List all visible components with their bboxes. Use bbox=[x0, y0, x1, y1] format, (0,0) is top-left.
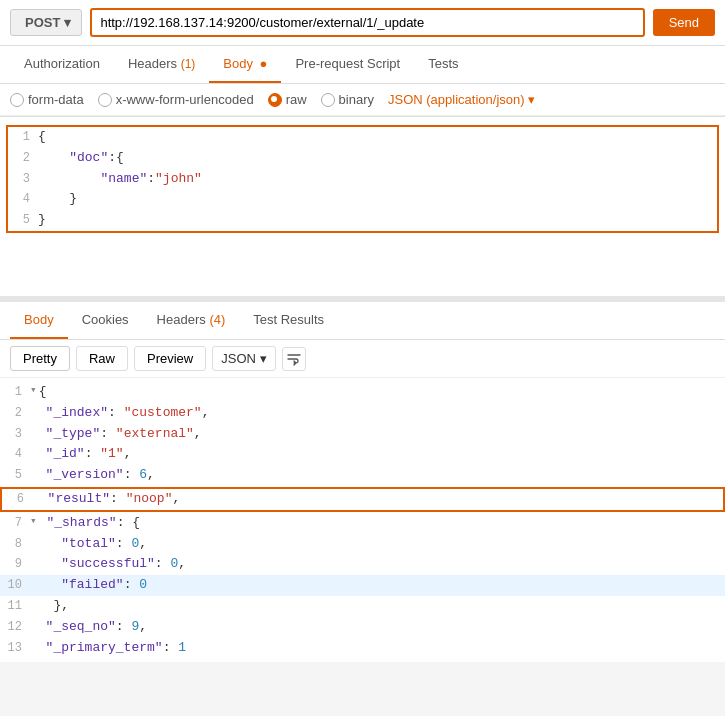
format-bar: Pretty Raw Preview JSON ▾ bbox=[0, 340, 725, 378]
option-binary[interactable]: binary bbox=[321, 92, 374, 107]
tab-tests[interactable]: Tests bbox=[414, 46, 472, 83]
request-editor[interactable]: 1 { 2 "doc":{ 3 "name":"john" 4 } bbox=[0, 116, 725, 296]
resp-line-11: 11 }, bbox=[0, 596, 725, 617]
body-options: form-data x-www-form-urlencoded raw bina… bbox=[0, 84, 725, 116]
result-tab-cookies[interactable]: Cookies bbox=[68, 302, 143, 339]
result-tabs: Body Cookies Headers (4) Test Results bbox=[0, 302, 725, 340]
tab-prerequest[interactable]: Pre-request Script bbox=[281, 46, 414, 83]
tab-body[interactable]: Body ● bbox=[209, 46, 281, 83]
resp-line-3: 3 "_type": "external", bbox=[0, 424, 725, 445]
wrap-icon[interactable] bbox=[282, 347, 306, 371]
tab-headers[interactable]: Headers (1) bbox=[114, 46, 209, 83]
request-tabs: Authorization Headers (1) Body ● Pre-req… bbox=[0, 46, 725, 84]
format-dropdown[interactable]: JSON ▾ bbox=[212, 346, 276, 371]
code-line-3: 3 "name":"john" bbox=[8, 169, 717, 190]
url-input[interactable] bbox=[90, 8, 644, 37]
resp-line-6: 6 "result": "noop", bbox=[2, 489, 723, 510]
resp-line-4: 4 "_id": "1", bbox=[0, 444, 725, 465]
option-form-data[interactable]: form-data bbox=[10, 92, 84, 107]
send-button[interactable]: Send bbox=[653, 9, 715, 36]
resp-line-2: 2 "_index": "customer", bbox=[0, 403, 725, 424]
radio-form-data bbox=[10, 93, 24, 107]
result-tab-body[interactable]: Body bbox=[10, 302, 68, 339]
format-raw[interactable]: Raw bbox=[76, 346, 128, 371]
request-code-block: 1 { 2 "doc":{ 3 "name":"john" 4 } bbox=[0, 117, 725, 243]
resp-line-12: 12 "_seq_no": 9, bbox=[0, 617, 725, 638]
result-section: Body Cookies Headers (4) Test Results Pr… bbox=[0, 296, 725, 662]
resp-line-5: 5 "_version": 6, bbox=[0, 465, 725, 486]
option-urlencoded[interactable]: x-www-form-urlencoded bbox=[98, 92, 254, 107]
format-preview[interactable]: Preview bbox=[134, 346, 206, 371]
resp-line-1: 1 ▾ { bbox=[0, 382, 725, 403]
resp-line-10: 10 "failed": 0 bbox=[0, 575, 725, 596]
code-line-4: 4 } bbox=[8, 189, 717, 210]
result-tab-headers[interactable]: Headers (4) bbox=[143, 302, 240, 339]
json-format-selector[interactable]: JSON (application/json) ▾ bbox=[388, 92, 535, 107]
result-tab-tests[interactable]: Test Results bbox=[239, 302, 338, 339]
radio-urlencoded bbox=[98, 93, 112, 107]
method-label: POST bbox=[25, 15, 60, 30]
resp-line-8: 8 "total": 0, bbox=[0, 534, 725, 555]
code-line-1: 1 { bbox=[8, 127, 717, 148]
option-raw[interactable]: raw bbox=[268, 92, 307, 107]
format-pretty[interactable]: Pretty bbox=[10, 346, 70, 371]
request-highlight-box: 1 { 2 "doc":{ 3 "name":"john" 4 } bbox=[6, 125, 719, 233]
response-code: 1 ▾ { 2 "_index": "customer", 3 "_type":… bbox=[0, 378, 725, 662]
resp-line-9: 9 "successful": 0, bbox=[0, 554, 725, 575]
code-line-2: 2 "doc":{ bbox=[8, 148, 717, 169]
resp-highlight-result: 6 "result": "noop", bbox=[0, 487, 725, 512]
method-chevron: ▾ bbox=[64, 15, 71, 30]
radio-raw bbox=[268, 93, 282, 107]
dropdown-chevron: ▾ bbox=[260, 351, 267, 366]
radio-binary bbox=[321, 93, 335, 107]
code-line-5: 5 } bbox=[8, 210, 717, 231]
resp-line-7: 7 ▾ "_shards": { bbox=[0, 513, 725, 534]
resp-line-13: 13 "_primary_term": 1 bbox=[0, 638, 725, 659]
top-bar: POST ▾ Send bbox=[0, 0, 725, 46]
tab-authorization[interactable]: Authorization bbox=[10, 46, 114, 83]
method-select[interactable]: POST ▾ bbox=[10, 9, 82, 36]
